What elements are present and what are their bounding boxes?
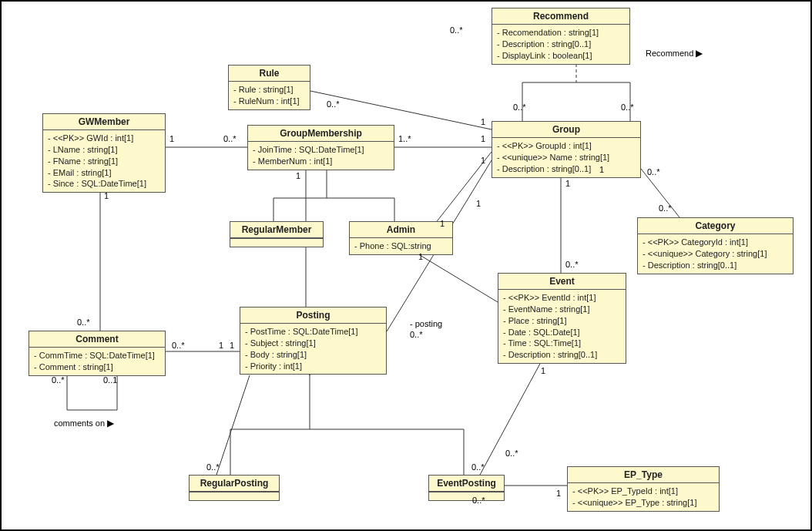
class-title: GroupMembership	[248, 126, 394, 142]
mult: 0..*	[471, 462, 485, 472]
svg-line-20	[216, 375, 250, 475]
svg-line-13	[412, 250, 498, 302]
mult: 1	[481, 156, 485, 165]
class-title: Category	[638, 218, 793, 234]
class-attrs: - <<PK>> EventId : int[1] - EventName : …	[498, 290, 626, 363]
class-title: Comment	[29, 331, 165, 348]
mult: 0..*	[505, 449, 518, 458]
class-comment: Comment - CommTime : SQL:DateTime[1] - C…	[29, 331, 166, 376]
mult: 0..*	[621, 103, 634, 112]
class-title: Event	[498, 274, 626, 290]
class-attrs: - PostTime : SQL:DateTime[1] - Subject :…	[240, 324, 386, 374]
class-group: Group - <<PK>> GroupId : int[1] - <<uniq…	[492, 121, 641, 178]
mult: 1	[541, 366, 545, 375]
mult: 0..*	[52, 375, 65, 385]
class-title: Rule	[229, 66, 310, 82]
class-eptype: EP_Type - <<PK>> EP_TypeId : int[1] - <<…	[567, 466, 720, 512]
assoc-recommend-label: Recommend ▶	[646, 48, 703, 59]
mult: 0..*	[77, 318, 90, 327]
class-event: Event - <<PK>> EventId : int[1] - EventN…	[498, 273, 626, 364]
mult: 1	[104, 191, 109, 200]
arrow-icon: ▶	[107, 418, 114, 428]
mult: 0..*	[565, 260, 579, 269]
class-title: Group	[492, 122, 640, 138]
mult: 1	[418, 252, 423, 261]
mult: 1	[219, 341, 223, 350]
class-title: GWMember	[43, 114, 165, 130]
class-gwmember: GWMember - <<PK>> GWId : int[1] - LName …	[42, 113, 166, 193]
mult: 1	[599, 165, 604, 174]
svg-line-21	[480, 362, 541, 475]
svg-line-2	[310, 91, 492, 129]
class-title: Admin	[350, 222, 452, 238]
class-title: Posting	[240, 308, 386, 324]
class-attrs: - CommTime : SQL:DateTime[1] - Comment :…	[29, 348, 165, 375]
class-groupmembership: GroupMembership - JoinTime : SQL:DateTim…	[247, 125, 394, 170]
mult: 0..*	[647, 167, 660, 176]
class-title: EventPosting	[429, 476, 504, 492]
mult: 0..*	[472, 496, 485, 505]
mult: 0..*	[450, 25, 463, 35]
mult: 0..*	[223, 134, 237, 143]
class-attrs: - <<PK>> GWId : int[1] - LName : string[…	[43, 130, 165, 192]
class-title: EP_Type	[568, 467, 719, 483]
mult: 1..*	[398, 134, 411, 143]
mult: 0..*	[513, 103, 526, 112]
class-attrs: - <<PK>> CategoryId : int[1] - <<unique>…	[638, 234, 793, 274]
class-attrs: - Recomendation : string[1] - Descriptio…	[492, 25, 629, 64]
mult: 1	[296, 171, 300, 180]
mult: 0..*	[172, 341, 185, 350]
mult: 1	[565, 179, 570, 188]
class-category: Category - <<PK>> CategoryId : int[1] - …	[637, 217, 794, 274]
class-attrs: - JoinTime : SQL:DateTime[1] - MemberNum…	[248, 142, 394, 170]
class-attrs: - <<PK>> EP_TypeId : int[1] - <<unique>>…	[568, 483, 719, 511]
mult: 0..*	[410, 330, 423, 339]
class-eventposting: EventPosting	[428, 475, 505, 501]
class-regularmember: RegularMember	[230, 221, 324, 247]
mult: 0..*	[659, 203, 672, 213]
class-rule: Rule - Rule : string[1] - RuleNum : int[…	[228, 65, 310, 110]
class-attrs: - Phone : SQL:string	[350, 238, 452, 254]
uml-diagram: GWMember - <<PK>> GWId : int[1] - LName …	[0, 0, 812, 531]
mult: 0..*	[206, 462, 220, 472]
mult: 1	[481, 134, 485, 143]
class-title: RegularMember	[230, 222, 323, 238]
mult: 1	[481, 117, 485, 126]
class-recommend: Recommend - Recomendation : string[1] - …	[492, 8, 630, 65]
posting-role-label: - posting	[410, 319, 442, 328]
class-title: Recommend	[492, 8, 629, 25]
class-regularposting: RegularPosting	[189, 475, 280, 501]
mult: 1	[556, 489, 561, 498]
mult: 0..1	[103, 375, 117, 385]
class-posting: Posting - PostTime : SQL:DateTime[1] - S…	[240, 307, 387, 375]
arrow-icon: ▶	[696, 48, 703, 59]
class-attrs: - Rule : string[1] - RuleNum : int[1]	[229, 82, 310, 109]
class-attrs: - <<PK>> GroupId : int[1] - <<unique>> N…	[492, 138, 640, 177]
mult: 1	[440, 219, 445, 228]
mult: 1	[230, 341, 234, 350]
class-admin: Admin - Phone : SQL:string	[349, 221, 453, 255]
mult: 1	[476, 199, 481, 208]
class-title: RegularPosting	[190, 476, 279, 492]
mult: 0..*	[327, 99, 340, 109]
mult: 1	[169, 134, 174, 143]
comments-on-label: comments on ▶	[54, 418, 114, 428]
